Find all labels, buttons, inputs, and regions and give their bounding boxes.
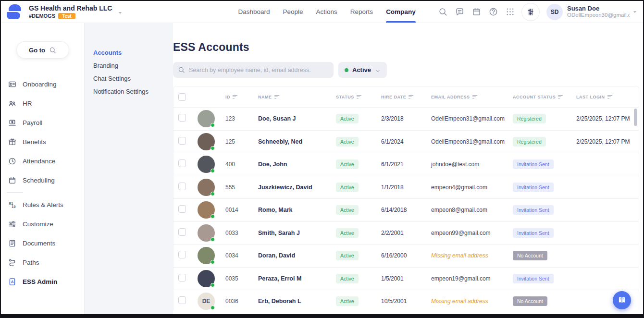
account-status-badge: Invitation Sent: [513, 205, 554, 215]
subnav-item-chat-settings[interactable]: Chat Settings: [93, 75, 173, 82]
row-checkbox[interactable]: [178, 205, 186, 213]
column-header[interactable]: HIRE DATE: [381, 94, 431, 99]
settings-subnav: Accounts Branding Chat Settings Notifica…: [85, 23, 173, 316]
table-row: 400 Doe, John Active 6/1/2021 johndoe@te…: [173, 153, 639, 176]
column-header[interactable]: ACCOUNT STATUS: [513, 94, 576, 99]
table-row: 555 Juszkiewicz, David Active 1/1/2018 e…: [173, 176, 639, 199]
people-icon: [8, 99, 16, 108]
sidebar-item-benefits[interactable]: Benefits: [1, 132, 84, 151]
employee-name[interactable]: Erb, Deborah L: [258, 298, 336, 305]
table-scrollbar-thumb[interactable]: [634, 109, 637, 126]
filter-icon[interactable]: [472, 94, 477, 99]
account-status-badge: Invitation Sent: [513, 274, 554, 283]
help-icon[interactable]: [489, 7, 498, 16]
subnav-item-notification-settings[interactable]: Notification Settings: [93, 88, 173, 95]
employee-name[interactable]: Smith, Sarah J: [258, 230, 336, 236]
main-nav: Dashboard People Actions Reports Company: [238, 1, 415, 23]
table-row: 125 Schneebly, Ned Active 6/1/2024 Odell…: [173, 131, 639, 154]
email-address: Missing email address: [431, 298, 513, 305]
row-checkbox[interactable]: [178, 159, 186, 167]
column-header[interactable]: ID: [225, 94, 258, 99]
search-icon: [49, 47, 56, 54]
sidebar-item-rules-alerts[interactable]: 0110 Rules & Alerts: [1, 195, 84, 214]
table-row: 0014 Romo, Mark Active 6/14/2018 empeon8…: [173, 199, 639, 222]
employee-name[interactable]: Doran, David: [258, 252, 336, 259]
table-row: 123 Doe, Susan J Active 2/3/2018 OdellEm…: [173, 108, 639, 131]
employee-name[interactable]: Peraza, Errol M: [258, 275, 336, 282]
employee-name[interactable]: Juszkiewicz, David: [258, 184, 336, 191]
row-checkbox[interactable]: [178, 274, 186, 281]
subnav-item-accounts[interactable]: Accounts: [93, 49, 173, 56]
table-controls: Active: [173, 62, 639, 78]
sidebar-item-onboarding[interactable]: Onboarding: [1, 74, 84, 94]
search-input[interactable]: [189, 67, 329, 73]
filter-icon[interactable]: [274, 94, 279, 99]
status-badge: Active: [336, 159, 359, 169]
account-status-badge: Invitation Sent: [513, 159, 554, 169]
row-checkbox[interactable]: [178, 137, 186, 145]
avatar: DE: [198, 293, 215, 310]
employee-name[interactable]: Romo, Mark: [258, 207, 336, 213]
user-avatar[interactable]: SD: [546, 4, 563, 20]
sidebar-item-customize[interactable]: Customize: [1, 214, 84, 233]
empeon-logo[interactable]: [6, 4, 22, 20]
chat-icon[interactable]: [455, 7, 464, 16]
nav-item-actions[interactable]: Actions: [316, 1, 337, 23]
status-badge: Active: [336, 114, 359, 123]
tune-button[interactable]: [521, 3, 540, 21]
sidebar-item-payroll[interactable]: Payroll: [1, 113, 84, 132]
email-address: Missing email address: [431, 252, 513, 259]
sidebar-item-paths[interactable]: Paths: [1, 253, 84, 272]
sidebar-item-ess-admin[interactable]: A ESS Admin: [1, 272, 84, 291]
hire-date: 6/14/2018: [381, 207, 431, 213]
sidebar-divider: [7, 192, 23, 193]
status-badge: Active: [336, 251, 359, 260]
employee-name[interactable]: Schneebly, Ned: [258, 138, 336, 145]
account-status-badge: Invitation Sent: [513, 183, 554, 192]
calendar-icon[interactable]: [472, 7, 481, 16]
row-checkbox[interactable]: [178, 183, 186, 190]
sidebar-item-scheduling[interactable]: Scheduling: [1, 171, 84, 190]
employee-name[interactable]: Doe, John: [258, 161, 336, 168]
sidebar-item-documents[interactable]: Documents: [1, 233, 84, 253]
caret-down-icon[interactable]: [117, 10, 124, 16]
row-checkbox[interactable]: [178, 114, 186, 122]
avatar: [198, 179, 215, 196]
row-checkbox[interactable]: [178, 228, 186, 236]
status-filter-dropdown[interactable]: Active: [338, 62, 387, 78]
column-header[interactable]: STATUS: [336, 94, 381, 99]
column-header[interactable]: NAME: [258, 94, 336, 99]
header-right: SD Susan Doe ODellEmpeon30@gmail.cc: [438, 3, 643, 21]
select-all-checkbox[interactable]: [178, 93, 186, 101]
user-block[interactable]: Susan Doe ODellEmpeon30@gmail.cc: [567, 5, 630, 19]
row-checkbox[interactable]: [178, 251, 186, 258]
employee-name[interactable]: Doe, Susan J: [258, 115, 336, 122]
sidebar-item-hr[interactable]: HR: [1, 94, 84, 113]
apps-grid-icon[interactable]: [506, 7, 515, 16]
guide-fab-button[interactable]: [613, 291, 631, 309]
row-checkbox[interactable]: [178, 296, 186, 304]
sidebar-item-attendance[interactable]: Attendance: [1, 151, 84, 171]
company-block: GS Health and Rehab LLC #DEMOGS Test: [29, 4, 112, 20]
column-header[interactable]: EMAIL ADDRESS: [431, 94, 513, 99]
subnav-item-branding[interactable]: Branding: [93, 62, 173, 69]
filter-icon[interactable]: [357, 94, 361, 99]
nav-item-company[interactable]: Company: [386, 1, 416, 23]
collapse-sidebar-icon[interactable]: [70, 27, 78, 35]
nav-item-dashboard[interactable]: Dashboard: [238, 1, 270, 23]
filter-icon[interactable]: [409, 94, 413, 99]
column-header[interactable]: LAST LOGIN: [576, 94, 639, 99]
filter-icon[interactable]: [607, 94, 612, 99]
table-row: 0035 Peraza, Errol M Active 1/5/2001 emp…: [173, 268, 639, 291]
search-icon[interactable]: [438, 7, 447, 16]
bottom-window-edge: [1, 314, 643, 317]
company-code: #DEMOGS: [29, 13, 55, 19]
caret-down-icon[interactable]: [632, 9, 638, 15]
nav-item-reports[interactable]: Reports: [350, 1, 373, 23]
filter-icon[interactable]: [558, 94, 563, 99]
hire-date: 6/1/2021: [381, 161, 431, 168]
nav-item-people[interactable]: People: [283, 1, 303, 23]
go-to-button[interactable]: Go to: [16, 41, 69, 59]
employee-search[interactable]: [173, 62, 334, 78]
filter-icon[interactable]: [233, 94, 237, 99]
